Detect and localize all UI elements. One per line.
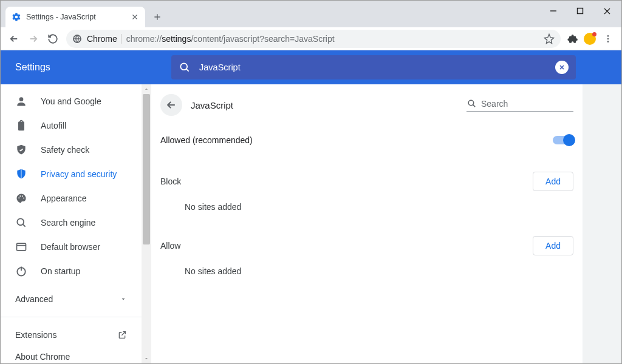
sidebar-item-appearance[interactable]: Appearance <box>1 186 142 211</box>
allow-empty-text: No sites added <box>160 255 573 280</box>
omnibox-prefix: Chrome <box>87 34 117 44</box>
sidebar-item-safety-check[interactable]: Safety check <box>1 138 142 162</box>
svg-rect-14 <box>17 243 26 251</box>
extensions-puzzle-icon[interactable] <box>564 30 581 47</box>
sidebar-item-label: Appearance <box>41 194 87 203</box>
toolbar: Chrome chrome:// settings /content/javas… <box>1 27 621 50</box>
sidebar-item-you-and-google[interactable]: You and Google <box>1 89 142 113</box>
right-rail <box>583 84 621 363</box>
close-window-button[interactable] <box>593 2 620 20</box>
chevron-down-icon <box>120 295 127 303</box>
back-button[interactable] <box>160 94 182 116</box>
svg-point-5 <box>607 38 609 39</box>
sidebar-about-chrome[interactable]: About Chrome <box>1 347 142 363</box>
block-add-button[interactable]: Add <box>533 172 573 191</box>
titlebar: Settings - JavaScript <box>1 1 621 27</box>
url-seg3: /content/javascript?search=JavaScript <box>191 34 334 44</box>
settings-search-value: JavaScript <box>199 62 555 72</box>
page-title: JavaScript <box>191 100 233 110</box>
allow-add-button[interactable]: Add <box>533 236 573 255</box>
about-label: About Chrome <box>15 352 70 362</box>
advanced-label: Advanced <box>15 294 53 304</box>
sidebar: You and Google Autofill Safety check Pri… <box>1 84 151 363</box>
sidebar-item-label: Privacy and security <box>41 169 117 179</box>
allow-section-title: Allow <box>160 241 180 251</box>
sidebar-item-default-browser[interactable]: Default browser <box>1 235 142 259</box>
sidebar-item-search-engine[interactable]: Search engine <box>1 211 142 235</box>
page-search[interactable]: Search <box>466 98 573 112</box>
person-icon <box>15 95 27 107</box>
svg-point-9 <box>18 197 19 198</box>
clipboard-icon <box>15 120 27 132</box>
sidebar-item-label: Autofill <box>41 121 66 130</box>
svg-rect-1 <box>578 8 583 14</box>
window-controls <box>540 2 620 20</box>
scrollbar-thumb[interactable] <box>143 94 150 244</box>
power-icon <box>15 265 27 277</box>
svg-point-4 <box>607 35 609 37</box>
scroll-up-arrow-icon[interactable] <box>142 84 151 94</box>
sidebar-item-label: Search engine <box>41 218 95 228</box>
javascript-toggle[interactable] <box>553 136 573 144</box>
bookmark-star-icon[interactable] <box>544 33 555 44</box>
url-seg2: settings <box>162 34 191 44</box>
allowed-label: Allowed (recommended) <box>160 135 253 145</box>
sidebar-item-label: On startup <box>41 266 80 276</box>
reload-button[interactable] <box>43 29 63 49</box>
search-icon <box>179 61 191 73</box>
sidebar-advanced[interactable]: Advanced <box>1 287 142 311</box>
sidebar-item-label: Safety check <box>41 145 89 155</box>
site-info-icon[interactable] <box>72 34 82 44</box>
back-button[interactable] <box>4 29 24 49</box>
maximize-button[interactable] <box>567 2 593 20</box>
omnibox[interactable]: Chrome chrome:// settings /content/javas… <box>66 30 561 48</box>
url-seg1: chrome:// <box>126 34 162 44</box>
sidebar-divider <box>1 317 142 317</box>
extensions-label: Extensions <box>15 330 56 340</box>
svg-point-10 <box>19 195 21 197</box>
tab-title: Settings - JavaScript <box>26 13 131 21</box>
settings-search[interactable]: JavaScript <box>171 55 576 79</box>
settings-title: Settings <box>1 62 171 73</box>
chrome-menu-button[interactable] <box>598 29 618 49</box>
search-icon <box>15 217 27 229</box>
clear-search-icon[interactable] <box>555 61 569 74</box>
minimize-button[interactable] <box>540 2 567 20</box>
svg-point-7 <box>180 63 187 70</box>
shield-check-icon <box>15 144 27 156</box>
browser-tab[interactable]: Settings - JavaScript <box>5 7 145 27</box>
close-icon[interactable] <box>131 13 139 21</box>
page-search-placeholder: Search <box>481 99 508 109</box>
omnibox-separator <box>121 34 121 44</box>
extension-badge-icon[interactable] <box>581 30 598 47</box>
browser-icon <box>15 241 27 253</box>
palette-icon <box>15 192 27 204</box>
sidebar-item-autofill[interactable]: Autofill <box>1 113 142 138</box>
settings-header: Settings JavaScript <box>1 50 621 84</box>
sidebar-item-label: You and Google <box>41 96 101 106</box>
sidebar-scrollbar[interactable] <box>142 84 151 363</box>
svg-point-13 <box>17 218 24 225</box>
block-empty-text: No sites added <box>160 191 573 215</box>
shield-icon <box>15 168 27 180</box>
sidebar-item-label: Default browser <box>41 242 100 252</box>
new-tab-button[interactable] <box>149 8 166 25</box>
content-area: JavaScript Search Allowed (recommended) … <box>151 84 583 363</box>
external-link-icon <box>117 330 127 340</box>
block-section-title: Block <box>160 177 181 186</box>
svg-point-11 <box>22 195 23 197</box>
forward-button[interactable] <box>24 29 43 49</box>
search-icon <box>466 98 477 109</box>
svg-point-6 <box>607 41 609 42</box>
sidebar-item-privacy-security[interactable]: Privacy and security <box>1 162 142 186</box>
scroll-down-arrow-icon[interactable] <box>142 354 151 363</box>
svg-point-18 <box>468 100 474 106</box>
svg-point-8 <box>19 97 24 101</box>
sidebar-extensions[interactable]: Extensions <box>1 323 142 347</box>
sidebar-item-on-startup[interactable]: On startup <box>1 259 142 283</box>
gear-icon <box>12 12 21 22</box>
svg-point-12 <box>23 198 24 199</box>
